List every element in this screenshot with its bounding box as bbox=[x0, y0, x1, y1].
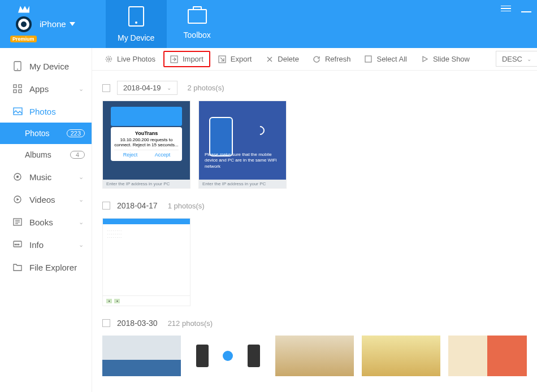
button-label: Refresh bbox=[325, 55, 351, 63]
brand-block: Premium iPhone bbox=[0, 0, 83, 48]
svg-point-8 bbox=[17, 176, 19, 178]
chevron-down-icon: ⌄ bbox=[527, 56, 531, 62]
music-icon bbox=[12, 172, 23, 182]
date-label: 2018-03-30 bbox=[117, 316, 158, 330]
folder-icon bbox=[12, 262, 23, 272]
sidebar-item-photos[interactable]: Photos bbox=[0, 100, 92, 123]
tab-toolbox[interactable]: Toolbox bbox=[167, 0, 228, 48]
sidebar-item-label: Photos bbox=[29, 107, 56, 116]
app-logo: Premium bbox=[8, 8, 40, 40]
sidebar-item-music[interactable]: Music ⌄ bbox=[0, 165, 92, 188]
section-checkbox[interactable] bbox=[102, 84, 110, 92]
select-all-button[interactable]: Select All bbox=[358, 52, 412, 66]
photo-thumbnail[interactable] bbox=[448, 336, 527, 376]
live-photos-button[interactable]: Live Photos bbox=[99, 52, 161, 66]
delete-icon bbox=[265, 55, 274, 63]
sidebar-item-label: Books bbox=[29, 217, 53, 227]
sidebar-item-label: Apps bbox=[29, 84, 49, 94]
delete-button[interactable]: Delete bbox=[259, 52, 305, 66]
svg-point-18 bbox=[106, 56, 112, 62]
sidebar-item-books[interactable]: Books ⌄ bbox=[0, 211, 92, 233]
window-controls bbox=[501, 5, 531, 12]
photo-count: 1 photos(s) bbox=[168, 202, 205, 210]
photo-thumbnail[interactable] bbox=[275, 336, 354, 376]
sidebar-item-info[interactable]: Info ⌄ bbox=[0, 233, 92, 256]
thumb-footer: Enter the IP address in your PC bbox=[199, 180, 286, 188]
photo-count: 2 photos(s) bbox=[188, 84, 224, 92]
info-icon bbox=[12, 239, 23, 250]
chevron-down-icon: ⌄ bbox=[79, 173, 84, 181]
date-label: 2018-04-19 bbox=[123, 84, 161, 92]
tab-label: My Device bbox=[118, 33, 154, 42]
sidebar-item-file-explorer[interactable]: File Explorer bbox=[0, 256, 92, 278]
svg-rect-22 bbox=[365, 56, 371, 62]
sort-label: DESC bbox=[502, 55, 522, 63]
toolbox-icon bbox=[188, 9, 207, 24]
thumb-footer: Enter the IP address in your PC bbox=[103, 180, 190, 188]
refresh-button[interactable]: Refresh bbox=[307, 52, 357, 66]
svg-point-19 bbox=[108, 58, 110, 60]
menu-icon[interactable] bbox=[501, 5, 511, 12]
export-button[interactable]: Export bbox=[213, 52, 258, 66]
chevron-down-icon: ⌄ bbox=[79, 196, 84, 203]
thumb-body: 10.10.200.200 requests to connect. Rejec… bbox=[114, 137, 178, 147]
photo-thumbnail[interactable]: YouTrans 10.10.200.200 requests to conne… bbox=[102, 101, 190, 189]
svg-rect-2 bbox=[14, 85, 16, 88]
sidebar-item-label: Music bbox=[29, 172, 51, 182]
photo-count: 212 photos(s) bbox=[168, 319, 213, 328]
photo-thumbnail[interactable] bbox=[362, 336, 440, 376]
tab-my-device[interactable]: My Device bbox=[106, 0, 167, 48]
chevron-down-icon: ⌄ bbox=[79, 241, 84, 249]
live-photos-icon bbox=[105, 55, 113, 63]
chevron-down-icon: ⌄ bbox=[79, 85, 84, 93]
svg-point-1 bbox=[17, 69, 18, 70]
videos-icon bbox=[12, 194, 23, 204]
sidebar: My Device Apps ⌄ Photos Photos 223 Album… bbox=[0, 48, 92, 392]
device-label: iPhone bbox=[40, 19, 66, 29]
photo-thumbnail[interactable] bbox=[189, 336, 267, 376]
export-icon bbox=[218, 55, 227, 63]
section-header: 2018-03-30 212 photos(s) bbox=[102, 316, 527, 330]
sidebar-item-label: My Device bbox=[29, 62, 69, 71]
section-checkbox[interactable] bbox=[102, 202, 110, 210]
thumb-accept: Accept bbox=[146, 152, 179, 158]
photo-thumbnail[interactable]: · · · · · · · ·· · · · · · · ·· · · · · … bbox=[102, 218, 190, 306]
toolbar: Live Photos Import Export Delete bbox=[92, 48, 537, 71]
sidebar-item-videos[interactable]: Videos ⌄ bbox=[0, 188, 92, 211]
sort-selector[interactable]: DESC ⌄ bbox=[496, 51, 537, 67]
section-checkbox[interactable] bbox=[102, 319, 110, 327]
photo-thumbnail[interactable] bbox=[102, 336, 181, 376]
section-header: 2018-04-17 1 photos(s) bbox=[102, 199, 527, 212]
svg-point-17 bbox=[18, 244, 19, 245]
count-badge: 223 bbox=[67, 129, 85, 137]
chevron-down-icon: ⌄ bbox=[167, 85, 171, 91]
thumb-title: YouTrans bbox=[114, 130, 179, 136]
apps-icon bbox=[12, 84, 23, 94]
import-button[interactable]: Import bbox=[163, 51, 210, 67]
sidebar-item-apps[interactable]: Apps ⌄ bbox=[0, 77, 92, 100]
thumb-message: Please make sure that the mobile device … bbox=[205, 152, 280, 169]
button-label: Export bbox=[231, 55, 252, 63]
sidebar-subitem-photos[interactable]: Photos 223 bbox=[0, 123, 92, 144]
photo-body: 2018-04-19 ⌄ 2 photos(s) YouTrans 10.10.… bbox=[92, 71, 537, 392]
sidebar-item-label: Info bbox=[29, 240, 44, 250]
import-icon bbox=[170, 55, 179, 63]
button-label: Import bbox=[183, 55, 203, 63]
device-selector[interactable]: iPhone bbox=[40, 19, 75, 29]
checkbox-icon bbox=[364, 55, 373, 63]
sidebar-item-label: Photos bbox=[25, 129, 50, 138]
device-icon bbox=[12, 61, 23, 71]
sidebar-subitem-albums[interactable]: Albums 4 bbox=[0, 144, 92, 165]
tab-label: Toolbox bbox=[184, 31, 211, 40]
section-header: 2018-04-19 ⌄ 2 photos(s) bbox=[102, 81, 527, 95]
photo-thumbnail[interactable]: Please make sure that the mobile device … bbox=[198, 101, 287, 189]
date-dropdown[interactable]: 2018-04-19 ⌄ bbox=[117, 81, 177, 95]
minimize-icon[interactable] bbox=[521, 5, 531, 12]
sidebar-item-label: File Explorer bbox=[29, 263, 77, 272]
button-label: Select All bbox=[376, 55, 406, 63]
sidebar-item-my-device[interactable]: My Device bbox=[0, 55, 92, 77]
slide-show-button[interactable]: Slide Show bbox=[415, 52, 475, 66]
count-badge: 4 bbox=[70, 151, 85, 159]
header-tabs: My Device Toolbox bbox=[106, 0, 228, 48]
button-label: Delete bbox=[278, 55, 299, 63]
